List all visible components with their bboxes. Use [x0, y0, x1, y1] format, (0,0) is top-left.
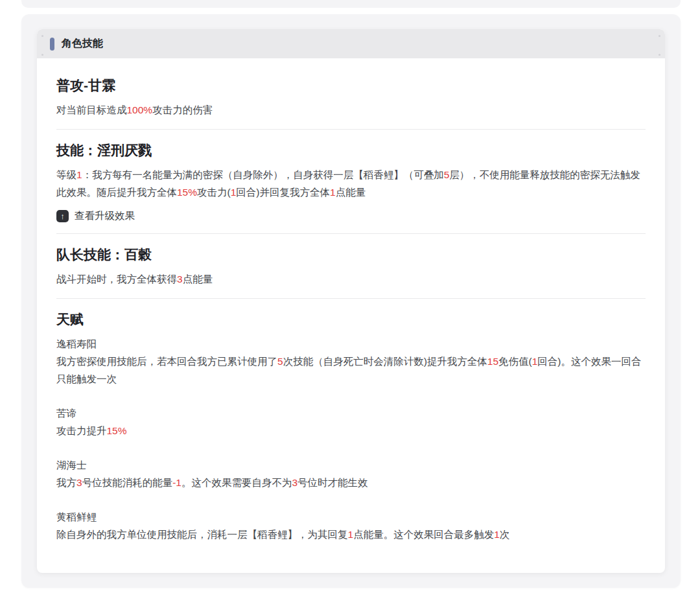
leader-skill-desc: 战斗开始时，我方全体获得3点能量	[56, 270, 646, 288]
corner-dot	[659, 54, 660, 56]
corner-dot	[41, 35, 43, 37]
talent-item: 逸稻寿阳 我方密探使用技能后，若本回合我方已累计使用了5次技能（自身死亡时会清除…	[56, 335, 646, 388]
skills-section-card: 角色技能 普攻-甘霖 对当前目标造成100%攻击力的伤害 技能：淫刑厌戮 等级1…	[21, 14, 681, 588]
corner-dot	[659, 35, 660, 37]
talent-name: 湖海士	[56, 456, 646, 474]
talent-desc: 我方3号位技能消耗的能量-1。这个效果需要自身不为3号位时才能生效	[56, 474, 646, 491]
panel-title: 角色技能	[62, 37, 103, 51]
talent-name: 逸稻寿阳	[56, 335, 646, 353]
talents-title: 天赋	[56, 310, 646, 329]
previous-section-edge	[21, 0, 681, 8]
divider	[56, 129, 646, 130]
talent-desc: 除自身外的我方单位使用技能后，消耗一层【稻香鲤】，为其回复1点能量。这个效果回合…	[56, 526, 646, 543]
accent-bar-icon	[50, 38, 54, 51]
view-upgrade-label: 查看升级效果	[75, 209, 135, 223]
section-leader-skill: 队长技能：百穀 战斗开始时，我方全体获得3点能量	[56, 246, 646, 288]
talent-item: 湖海士 我方3号位技能消耗的能量-1。这个效果需要自身不为3号位时才能生效	[56, 456, 646, 491]
divider	[56, 298, 646, 299]
skill-desc: 等级1：我方每有一名能量为满的密探（自身除外），自身获得一层【稻香鲤】（可叠加5…	[56, 166, 646, 201]
skills-panel: 角色技能 普攻-甘霖 对当前目标造成100%攻击力的伤害 技能：淫刑厌戮 等级1…	[37, 29, 665, 573]
corner-dot	[41, 54, 43, 56]
leader-skill-title: 队长技能：百穀	[56, 246, 646, 264]
panel-body: 普攻-甘霖 对当前目标造成100%攻击力的伤害 技能：淫刑厌戮 等级1：我方每有…	[37, 58, 665, 573]
up-arrow-icon: ↑	[56, 210, 69, 222]
view-upgrade-button[interactable]: ↑ 查看升级效果	[56, 209, 135, 223]
basic-attack-title: 普攻-甘霖	[56, 76, 646, 95]
divider	[56, 233, 646, 234]
talent-item: 黄稻鲜鲤 除自身外的我方单位使用技能后，消耗一层【稻香鲤】，为其回复1点能量。这…	[56, 508, 646, 543]
talent-desc: 我方密探使用技能后，若本回合我方已累计使用了5次技能（自身死亡时会清除计数)提升…	[56, 353, 646, 388]
talent-name: 黄稻鲜鲤	[56, 508, 646, 526]
skill-title: 技能：淫刑厌戮	[56, 141, 646, 159]
talent-desc: 攻击力提升15%	[56, 422, 646, 439]
talent-item: 苦谛 攻击力提升15%	[56, 404, 646, 439]
basic-attack-desc: 对当前目标造成100%攻击力的伤害	[56, 101, 646, 119]
panel-header: 角色技能	[37, 29, 665, 58]
section-basic-attack: 普攻-甘霖 对当前目标造成100%攻击力的伤害	[56, 76, 646, 119]
section-skill: 技能：淫刑厌戮 等级1：我方每有一名能量为满的密探（自身除外），自身获得一层【稻…	[56, 141, 646, 223]
talent-name: 苦谛	[56, 404, 646, 422]
section-talents: 天赋 逸稻寿阳 我方密探使用技能后，若本回合我方已累计使用了5次技能（自身死亡时…	[56, 310, 646, 543]
